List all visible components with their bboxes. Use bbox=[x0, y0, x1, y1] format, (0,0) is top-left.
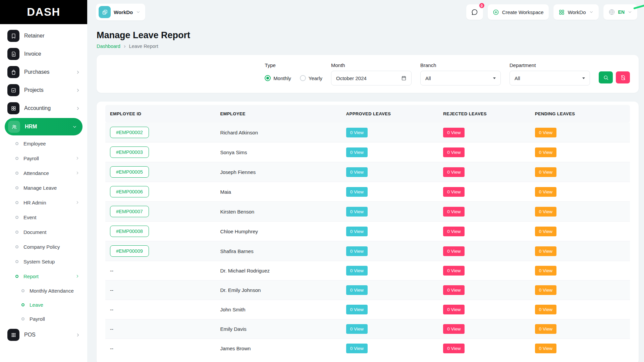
sidebar-subitem-monthly-attendance[interactable]: Monthly Attendance bbox=[0, 284, 87, 298]
bullet-icon bbox=[15, 260, 18, 263]
rejected-leaves-badge[interactable]: 0 View bbox=[443, 128, 465, 137]
employee-id-badge[interactable]: #EMP00008 bbox=[110, 226, 149, 237]
employee-name: Joseph Fiennes bbox=[215, 162, 341, 182]
calendar-icon bbox=[401, 75, 407, 81]
rejected-leaves-badge[interactable]: 0 View bbox=[443, 227, 465, 236]
sidebar-subitem-company-policy[interactable]: Company Policy bbox=[0, 239, 87, 254]
approved-leaves-badge[interactable]: 0 View bbox=[346, 167, 368, 177]
subitem-label: Report bbox=[23, 274, 70, 279]
pending-leaves-badge[interactable]: 0 View bbox=[535, 266, 556, 276]
subitem-label: Leave bbox=[30, 302, 80, 308]
leave-report-table-card: EMPLOYEE ID EMPLOYEE APPROVED LEAVES REJ… bbox=[97, 102, 639, 362]
sidebar-item-purchases[interactable]: Purchases bbox=[0, 63, 87, 81]
pending-leaves-badge[interactable]: 0 View bbox=[535, 147, 556, 157]
create-workspace-button[interactable]: Create Workspace bbox=[488, 4, 549, 20]
table-row: #EMP00002 Richard Atkinson 0 View 0 View… bbox=[105, 123, 630, 142]
rejected-leaves-badge[interactable]: 0 View bbox=[443, 207, 465, 217]
employee-id-badge[interactable]: #EMP00006 bbox=[110, 186, 149, 197]
department-select[interactable]: All bbox=[509, 71, 590, 85]
approved-leaves-badge[interactable]: 0 View bbox=[346, 246, 368, 256]
pending-leaves-badge[interactable]: 0 View bbox=[535, 207, 556, 217]
sidebar-subitem-report-payroll[interactable]: Payroll bbox=[0, 312, 87, 326]
table-row: #EMP00009 Shafira Barnes 0 View 0 View 0… bbox=[105, 241, 630, 261]
employee-id-badge[interactable]: #EMP00002 bbox=[110, 127, 149, 138]
pending-leaves-badge[interactable]: 0 View bbox=[535, 227, 556, 236]
sidebar-subitem-leave[interactable]: Leave bbox=[0, 298, 87, 312]
rejected-leaves-badge[interactable]: 0 View bbox=[443, 246, 465, 256]
sidebar-item-pos[interactable]: POS bbox=[0, 326, 87, 344]
sidebar-subitem-manage-leave[interactable]: Manage Leave bbox=[0, 180, 87, 195]
sidebar-item-label: Accounting bbox=[24, 105, 71, 111]
search-button[interactable] bbox=[599, 71, 613, 83]
sidebar-item-retainer[interactable]: Retainer bbox=[0, 27, 87, 45]
rejected-leaves-badge[interactable]: 0 View bbox=[443, 187, 465, 197]
approved-leaves-badge[interactable]: 0 View bbox=[346, 285, 368, 295]
approved-leaves-badge[interactable]: 0 View bbox=[346, 344, 368, 353]
approved-leaves-badge[interactable]: 0 View bbox=[346, 324, 368, 334]
radio-yearly-label: Yearly bbox=[309, 75, 322, 81]
approved-leaves-badge[interactable]: 0 View bbox=[346, 227, 368, 236]
employee-name: Emily Davis bbox=[215, 319, 341, 339]
radio-monthly-control[interactable] bbox=[265, 75, 271, 81]
sidebar-subitem-attendance[interactable]: Attendance bbox=[0, 166, 87, 180]
bookmark-icon bbox=[11, 33, 16, 39]
pending-leaves-badge[interactable]: 0 View bbox=[535, 324, 556, 334]
radio-monthly[interactable]: Monthly bbox=[265, 75, 291, 81]
sidebar-item-projects[interactable]: Projects bbox=[0, 81, 87, 99]
messages-button[interactable]: 0 bbox=[466, 4, 483, 20]
approved-leaves-badge[interactable]: 0 View bbox=[346, 266, 368, 276]
employee-id-badge[interactable]: #EMP00009 bbox=[110, 245, 149, 257]
approved-leaves-badge[interactable]: 0 View bbox=[346, 147, 368, 157]
subitem-label: Employee bbox=[23, 141, 80, 146]
employee-id-badge: -- bbox=[110, 265, 113, 276]
sidebar-item-hrm[interactable]: HRM bbox=[5, 118, 83, 135]
table-row: -- Emily Davis 0 View 0 View 0 View bbox=[105, 319, 630, 339]
sidebar-subitem-document[interactable]: Document bbox=[0, 225, 87, 239]
month-input[interactable]: October 2024 bbox=[331, 71, 412, 85]
pending-leaves-badge[interactable]: 0 View bbox=[535, 187, 556, 197]
branch-select[interactable]: All bbox=[420, 71, 501, 85]
breadcrumb-dashboard-link[interactable]: Dashboard bbox=[97, 44, 120, 49]
approved-leaves-badge[interactable]: 0 View bbox=[346, 128, 368, 137]
col-employee: EMPLOYEE bbox=[215, 105, 341, 123]
subitem-label: Company Policy bbox=[23, 244, 80, 250]
employee-id-badge[interactable]: #EMP00003 bbox=[110, 146, 149, 158]
app-logo[interactable]: DASH bbox=[0, 0, 87, 24]
employee-id-badge[interactable]: #EMP00007 bbox=[110, 206, 149, 217]
rejected-leaves-badge[interactable]: 0 View bbox=[443, 285, 465, 295]
employee-id-badge[interactable]: #EMP00005 bbox=[110, 166, 149, 178]
sidebar-subitem-report[interactable]: Report bbox=[0, 269, 87, 284]
sidebar-subitem-system-setup[interactable]: System Setup bbox=[0, 254, 87, 269]
rejected-leaves-badge[interactable]: 0 View bbox=[443, 167, 465, 177]
bullet-icon bbox=[21, 303, 24, 306]
rejected-leaves-badge[interactable]: 0 View bbox=[443, 266, 465, 276]
pending-leaves-badge[interactable]: 0 View bbox=[535, 344, 556, 353]
rejected-leaves-badge[interactable]: 0 View bbox=[443, 324, 465, 334]
approved-leaves-badge[interactable]: 0 View bbox=[346, 187, 368, 197]
rejected-leaves-badge[interactable]: 0 View bbox=[443, 305, 465, 314]
pending-leaves-badge[interactable]: 0 View bbox=[535, 167, 556, 177]
rejected-leaves-badge[interactable]: 0 View bbox=[443, 344, 465, 353]
pending-leaves-badge[interactable]: 0 View bbox=[535, 285, 556, 295]
reset-filter-button[interactable] bbox=[616, 71, 630, 83]
pending-leaves-badge[interactable]: 0 View bbox=[535, 246, 556, 256]
rejected-leaves-badge[interactable]: 0 View bbox=[443, 147, 465, 157]
sidebar-item-accounting[interactable]: Accounting bbox=[0, 99, 87, 117]
subitem-label: Document bbox=[23, 229, 80, 235]
workspace-menu-button[interactable]: WorkDo bbox=[553, 4, 599, 20]
sidebar-subitem-hr-admin[interactable]: HR Admin bbox=[0, 195, 87, 210]
language-selector[interactable]: EN bbox=[603, 4, 637, 20]
workspace-selector[interactable]: WorkDo bbox=[96, 4, 145, 20]
sidebar-item-invoice[interactable]: Invoice bbox=[0, 45, 87, 63]
approved-leaves-badge[interactable]: 0 View bbox=[346, 207, 368, 217]
sidebar-subitem-payroll[interactable]: Payroll bbox=[0, 151, 87, 166]
radio-yearly-control[interactable] bbox=[300, 75, 306, 81]
pending-leaves-badge[interactable]: 0 View bbox=[535, 305, 556, 314]
workspace-menu-label: WorkDo bbox=[568, 9, 586, 15]
pending-leaves-badge[interactable]: 0 View bbox=[535, 128, 556, 137]
sidebar-subitem-event[interactable]: Event bbox=[0, 210, 87, 225]
radio-yearly[interactable]: Yearly bbox=[300, 75, 322, 81]
sidebar-subitem-employee[interactable]: Employee bbox=[0, 136, 87, 151]
approved-leaves-badge[interactable]: 0 View bbox=[346, 305, 368, 314]
subitem-label: Event bbox=[23, 215, 80, 220]
